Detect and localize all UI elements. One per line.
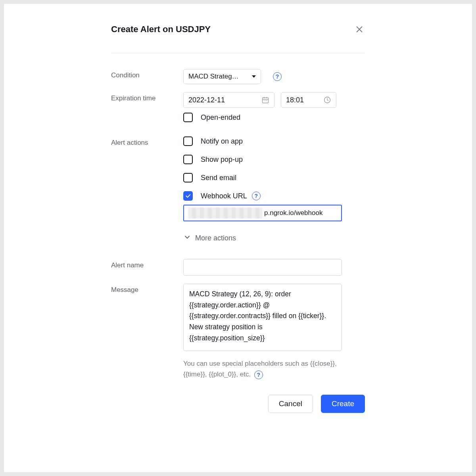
expiration-row: Expiration time 2022-12-11 18:01 (111, 92, 365, 131)
webhook-url-input[interactable]: p.ngrok.io/webhook (183, 205, 342, 221)
message-hint: You can use special placeholders such as… (183, 358, 342, 380)
alert-actions-label: Alert actions (111, 136, 183, 259)
webhook-checkbox[interactable]: Webhook URL ? (183, 191, 365, 201)
alert-name-row: Alert name (111, 259, 365, 276)
webhook-url-visible: p.ngrok.io/webhook (264, 209, 322, 217)
expiration-label: Expiration time (111, 92, 183, 131)
close-icon (355, 25, 364, 34)
notify-app-label: Notify on app (201, 137, 243, 146)
chevron-down-icon (183, 233, 191, 243)
cancel-button[interactable]: Cancel (268, 395, 313, 413)
svg-point-4 (264, 100, 265, 101)
calendar-icon (261, 96, 269, 104)
condition-row: Condition MACD Strateg… ? (111, 69, 365, 84)
create-alert-dialog: Create Alert on USDJPY Condition MACD St… (111, 24, 365, 413)
message-textarea[interactable]: MACD Strategy (12, 26, 9): order {{strat… (183, 284, 342, 351)
dialog-header: Create Alert on USDJPY (111, 24, 365, 53)
help-icon[interactable]: ? (273, 72, 282, 81)
alert-name-label: Alert name (111, 259, 183, 276)
help-icon[interactable]: ? (254, 370, 263, 379)
send-email-checkbox[interactable]: Send email (183, 173, 365, 182)
dialog-footer: Cancel Create (111, 395, 365, 413)
condition-value: MACD Strateg… (188, 73, 250, 81)
svg-point-6 (267, 100, 267, 101)
expiration-time-input[interactable]: 18:01 (281, 92, 336, 108)
open-ended-checkbox[interactable]: Open-ended (183, 113, 365, 122)
checkbox-checked-icon (183, 191, 193, 201)
open-ended-label: Open-ended (201, 113, 240, 122)
close-button[interactable] (354, 24, 365, 35)
message-row: Message MACD Strategy (12, 26, 9): order… (111, 284, 365, 380)
clock-icon (323, 96, 331, 104)
expiration-date-value: 2022-12-11 (188, 96, 225, 104)
checkbox-icon (183, 173, 193, 182)
more-actions-toggle[interactable]: More actions (183, 233, 365, 243)
alert-name-input[interactable] (183, 259, 342, 276)
help-icon[interactable]: ? (252, 192, 261, 200)
send-email-label: Send email (201, 174, 236, 182)
more-actions-label: More actions (195, 234, 236, 242)
expiration-time-value: 18:01 (286, 96, 304, 104)
message-label: Message (111, 284, 183, 380)
condition-select[interactable]: MACD Strateg… (183, 69, 261, 84)
create-button[interactable]: Create (321, 395, 365, 413)
checkbox-icon (183, 136, 193, 146)
checkbox-icon (183, 113, 193, 122)
checkbox-icon (183, 155, 193, 164)
show-popup-checkbox[interactable]: Show pop-up (183, 155, 365, 164)
redacted-segment (188, 207, 263, 219)
condition-label: Condition (111, 69, 183, 84)
svg-point-5 (265, 100, 266, 101)
dialog-surface: Create Alert on USDJPY Condition MACD St… (4, 4, 472, 472)
caret-down-icon (252, 75, 256, 78)
webhook-label: Webhook URL (201, 192, 247, 200)
show-popup-label: Show pop-up (201, 155, 243, 164)
dialog-title: Create Alert on USDJPY (111, 24, 211, 35)
notify-app-checkbox[interactable]: Notify on app (183, 136, 365, 146)
alert-actions-row: Alert actions Notify on app Show pop-up … (111, 136, 365, 259)
expiration-date-input[interactable]: 2022-12-11 (183, 92, 274, 108)
